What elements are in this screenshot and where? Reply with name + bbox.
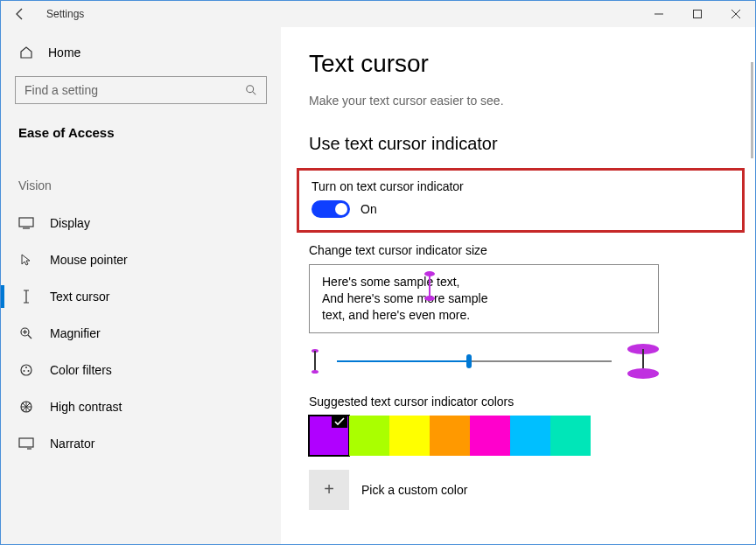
window-title: Settings <box>39 8 84 20</box>
high-contrast-icon <box>18 399 34 415</box>
sidebar-item-label: Narrator <box>50 437 94 451</box>
color-swatch[interactable] <box>550 416 591 456</box>
color-swatch[interactable] <box>309 416 349 456</box>
svg-point-2 <box>247 86 254 93</box>
magnifier-icon <box>18 325 34 341</box>
color-swatch[interactable] <box>389 416 430 456</box>
size-slider[interactable] <box>337 353 612 370</box>
colors-label: Suggested text cursor indicator colors <box>309 395 755 409</box>
search-input[interactable]: Find a setting <box>15 76 267 104</box>
display-icon <box>18 215 34 231</box>
slider-min-icon <box>309 349 321 374</box>
svg-line-9 <box>28 335 32 339</box>
plus-icon: + <box>324 479 334 500</box>
search-placeholder: Find a setting <box>24 83 245 97</box>
svg-point-11 <box>24 370 25 372</box>
cursor-indicator-preview <box>424 271 435 301</box>
home-icon <box>18 45 34 60</box>
sidebar-item-label: Color filters <box>50 363 112 377</box>
preview-line: And here's some more sample <box>322 290 646 307</box>
main-panel: Text cursor Make your text cursor easier… <box>281 27 755 544</box>
slider-thumb[interactable] <box>466 354 472 368</box>
sidebar-group-label: Vision <box>1 156 281 205</box>
color-swatches <box>309 416 755 456</box>
sidebar-item-magnifier[interactable]: Magnifier <box>1 315 281 352</box>
arrow-left-icon <box>13 7 27 21</box>
scrollbar[interactable] <box>751 62 753 158</box>
text-cursor-icon <box>18 289 34 304</box>
sidebar-item-high-contrast[interactable]: High contrast <box>1 388 281 425</box>
toggle-label: Turn on text cursor indicator <box>312 179 730 193</box>
page-subtitle: Make your text cursor easier to see. <box>309 94 755 108</box>
sidebar-home-label: Home <box>48 45 80 59</box>
sidebar-item-text-cursor[interactable]: Text cursor <box>1 278 281 315</box>
toggle-knob <box>335 203 347 215</box>
back-button[interactable] <box>1 1 39 27</box>
sidebar-item-narrator[interactable]: Narrator <box>1 425 281 462</box>
custom-color-button[interactable]: + <box>309 470 349 510</box>
sidebar-item-display[interactable]: Display <box>1 205 281 241</box>
page-title: Text cursor <box>309 50 755 78</box>
color-swatch[interactable] <box>349 416 389 456</box>
svg-rect-19 <box>19 438 33 447</box>
sidebar-heading: Ease of Access <box>1 116 281 156</box>
highlight-box: Turn on text cursor indicator On <box>297 168 745 233</box>
sidebar-item-label: Text cursor <box>50 290 109 304</box>
color-filters-icon <box>18 362 34 378</box>
sidebar-item-label: Mouse pointer <box>50 253 128 267</box>
sidebar-item-mouse-pointer[interactable]: Mouse pointer <box>1 241 281 278</box>
size-label: Change text cursor indicator size <box>309 243 755 257</box>
sidebar-item-label: Display <box>50 216 90 230</box>
sidebar-home[interactable]: Home <box>1 36 281 69</box>
maximize-icon <box>692 9 703 19</box>
indicator-toggle[interactable] <box>312 200 350 218</box>
sidebar: Home Find a setting Ease of Access Visio… <box>1 27 281 544</box>
close-button[interactable] <box>717 1 755 27</box>
preview-box: Here's some sample text, And here's some… <box>309 264 659 333</box>
minimize-icon <box>654 9 664 19</box>
svg-rect-4 <box>19 218 33 227</box>
preview-line: Here's some sample text, <box>322 274 646 290</box>
narrator-icon <box>18 436 34 451</box>
sidebar-item-label: High contrast <box>50 400 122 414</box>
close-icon <box>731 9 741 19</box>
color-swatch[interactable] <box>470 416 510 456</box>
svg-point-10 <box>21 365 32 375</box>
svg-line-3 <box>253 92 256 95</box>
minimize-button[interactable] <box>640 1 678 27</box>
preview-line: text, and here's even more. <box>322 307 646 324</box>
svg-rect-1 <box>694 10 702 18</box>
svg-point-12 <box>25 367 27 368</box>
sidebar-item-label: Magnifier <box>50 326 101 340</box>
maximize-button[interactable] <box>678 1 717 27</box>
slider-max-icon <box>627 344 659 379</box>
section-heading: Use text cursor indicator <box>309 134 755 154</box>
custom-color-label: Pick a custom color <box>361 483 467 497</box>
color-swatch[interactable] <box>510 416 550 456</box>
mouse-pointer-icon <box>18 252 34 268</box>
check-icon <box>332 416 347 428</box>
svg-point-13 <box>28 370 30 372</box>
toggle-state: On <box>360 202 377 216</box>
sidebar-item-color-filters[interactable]: Color filters <box>1 352 281 388</box>
color-swatch[interactable] <box>430 416 470 456</box>
search-icon <box>245 84 257 96</box>
